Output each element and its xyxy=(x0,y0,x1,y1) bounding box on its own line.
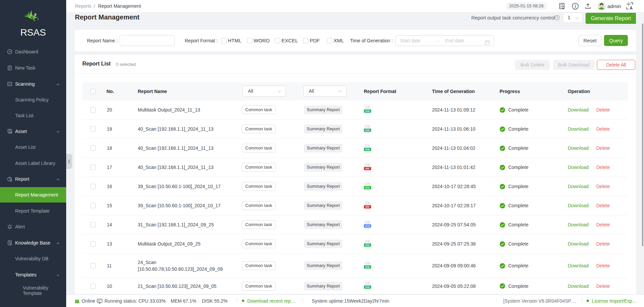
svg-text:HTML: HTML xyxy=(365,148,370,150)
svg-text:HTML: HTML xyxy=(365,266,370,268)
svg-text:PDF: PDF xyxy=(366,206,370,208)
svg-text:HTML: HTML xyxy=(365,244,370,246)
svg-text:WORD: WORD xyxy=(365,225,371,227)
svg-text:HTML: HTML xyxy=(365,286,370,288)
svg-text:EXCEL: EXCEL xyxy=(365,187,370,188)
svg-text:HTML: HTML xyxy=(365,129,370,131)
svg-text:PDF: PDF xyxy=(366,167,370,169)
svg-text:中: 中 xyxy=(627,2,631,7)
svg-text:HTML: HTML xyxy=(365,110,370,112)
svg-text:LIC: LIC xyxy=(560,4,563,6)
